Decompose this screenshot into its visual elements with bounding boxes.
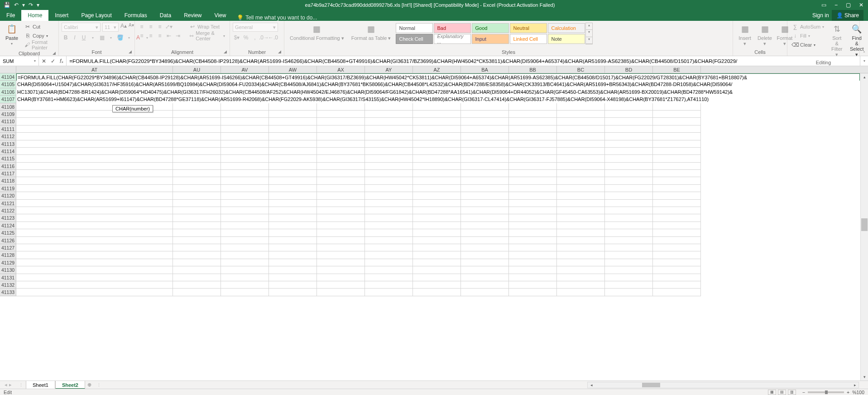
- inc-decimal-icon[interactable]: .0→: [260, 34, 268, 42]
- zoom-slider[interactable]: [808, 391, 844, 393]
- cell[interactable]: [269, 111, 317, 118]
- cell[interactable]: [269, 103, 317, 111]
- cell[interactable]: [317, 185, 365, 192]
- cell[interactable]: [605, 200, 653, 207]
- dialog-launcher-icon[interactable]: ◢: [53, 51, 56, 55]
- cell[interactable]: [605, 163, 653, 170]
- cell[interactable]: [461, 259, 509, 266]
- column-header[interactable]: AZ: [413, 66, 461, 73]
- maximize-icon[interactable]: ▢: [846, 2, 851, 8]
- cell[interactable]: [461, 274, 509, 281]
- cell[interactable]: [461, 163, 509, 170]
- row-header[interactable]: 41124: [0, 222, 16, 229]
- cell[interactable]: [221, 259, 269, 266]
- cell[interactable]: [16, 289, 173, 296]
- cell[interactable]: [317, 244, 365, 251]
- cell[interactable]: [509, 251, 557, 259]
- cell[interactable]: [221, 289, 269, 296]
- row-header[interactable]: 41112: [0, 133, 16, 140]
- cell[interactable]: [317, 281, 365, 289]
- cell[interactable]: [317, 222, 365, 229]
- column-header[interactable]: AX: [317, 66, 365, 73]
- cell[interactable]: [16, 185, 173, 192]
- style-explanatory[interactable]: Explanatory ...: [434, 34, 471, 44]
- cell[interactable]: [461, 125, 509, 133]
- cell[interactable]: [509, 207, 557, 214]
- row-header[interactable]: 41107: [0, 96, 16, 103]
- cell[interactable]: [173, 103, 221, 111]
- cell[interactable]: [653, 118, 701, 125]
- styles-up-icon[interactable]: ▴: [586, 23, 592, 30]
- cell[interactable]: [269, 125, 317, 133]
- underline-dd-icon[interactable]: ▾: [89, 34, 97, 42]
- cell[interactable]: [605, 244, 653, 251]
- cell[interactable]: [269, 155, 317, 162]
- cell[interactable]: [269, 289, 317, 296]
- cell[interactable]: [605, 222, 653, 229]
- cell[interactable]: [653, 214, 701, 222]
- row-header[interactable]: 41106: [0, 88, 16, 96]
- cell[interactable]: [509, 281, 557, 289]
- cell[interactable]: [509, 103, 557, 111]
- copy-button[interactable]: ⎘Copy▾: [23, 32, 56, 40]
- cell[interactable]: [413, 155, 461, 162]
- cell[interactable]: [653, 207, 701, 214]
- cut-button[interactable]: ✂Cut: [23, 23, 56, 31]
- accounting-icon[interactable]: $▾: [233, 34, 241, 42]
- cell[interactable]: [269, 251, 317, 259]
- cell[interactable]: [16, 237, 173, 244]
- number-format-dropdown[interactable]: General▾: [233, 23, 278, 32]
- cell[interactable]: [269, 148, 317, 155]
- cell[interactable]: [221, 118, 269, 125]
- cell[interactable]: [557, 251, 605, 259]
- cell[interactable]: [221, 281, 269, 289]
- cell[interactable]: [269, 192, 317, 199]
- cell[interactable]: [317, 163, 365, 170]
- cell[interactable]: [365, 266, 413, 274]
- row-header[interactable]: 41120: [0, 192, 16, 199]
- cell[interactable]: [653, 237, 701, 244]
- cell[interactable]: [221, 133, 269, 140]
- column-header[interactable]: AY: [365, 66, 413, 73]
- cell[interactable]: [413, 229, 461, 236]
- cell[interactable]: [173, 185, 221, 192]
- cell[interactable]: [269, 185, 317, 192]
- cell[interactable]: [605, 207, 653, 214]
- cell[interactable]: [365, 125, 413, 133]
- cell[interactable]: [509, 274, 557, 281]
- cell[interactable]: [173, 251, 221, 259]
- row-header[interactable]: 41110: [0, 118, 16, 125]
- sheet-split-handle[interactable]: ⋮: [16, 383, 26, 387]
- column-header[interactable]: AT: [16, 66, 173, 73]
- close-icon[interactable]: ✕: [859, 2, 863, 8]
- name-box[interactable]: SUM ▾: [0, 56, 39, 66]
- format-as-table-button[interactable]: ▦ Format as Table ▾: [349, 23, 394, 42]
- cell[interactable]: [269, 118, 317, 125]
- underline-button[interactable]: U: [80, 34, 88, 42]
- cell[interactable]: [605, 185, 653, 192]
- scroll-up-icon[interactable]: ▴: [861, 73, 868, 81]
- cell[interactable]: [413, 192, 461, 199]
- sheet-tab-sheet1[interactable]: Sheet1: [26, 381, 55, 389]
- cell[interactable]: [557, 185, 605, 192]
- cell[interactable]: [16, 274, 173, 281]
- cell[interactable]: [509, 185, 557, 192]
- border-dd-icon[interactable]: ▾: [107, 34, 115, 42]
- view-normal-icon[interactable]: ▦: [768, 390, 776, 395]
- column-header[interactable]: BE: [653, 66, 701, 73]
- share-button[interactable]: 👤 Share: [832, 10, 863, 21]
- cell[interactable]: [221, 170, 269, 177]
- add-sheet-button[interactable]: ⊕: [85, 382, 94, 388]
- cell[interactable]: [413, 274, 461, 281]
- cell[interactable]: [16, 155, 173, 162]
- cell[interactable]: [413, 214, 461, 222]
- cell[interactable]: [221, 103, 269, 111]
- ribbon-options-icon[interactable]: ▭: [821, 2, 826, 8]
- cell[interactable]: [173, 266, 221, 274]
- cell[interactable]: [173, 148, 221, 155]
- cell[interactable]: [653, 281, 701, 289]
- cell[interactable]: [413, 289, 461, 296]
- cell[interactable]: [413, 251, 461, 259]
- cell[interactable]: [461, 229, 509, 236]
- row-header[interactable]: 41130: [0, 266, 16, 274]
